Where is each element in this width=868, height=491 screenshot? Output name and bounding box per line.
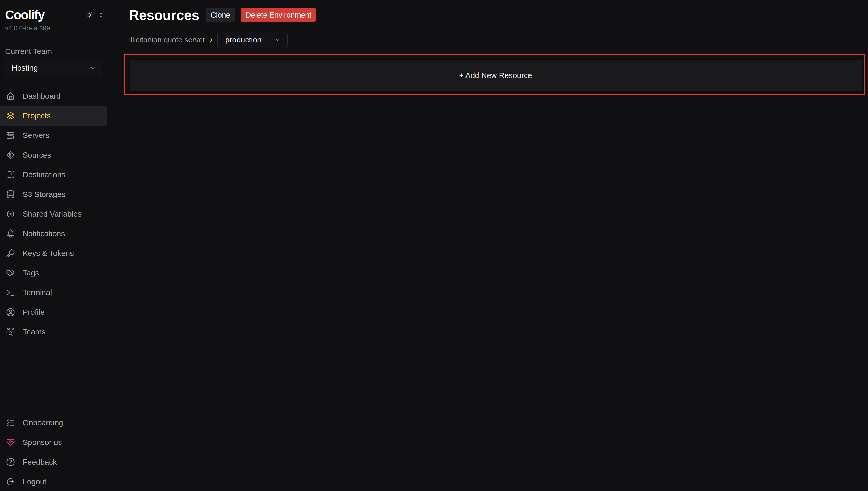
environment-select[interactable]: production <box>217 31 288 48</box>
git-icon <box>6 150 16 160</box>
sidebar-item-label: Projects <box>23 111 51 120</box>
breadcrumb-project-link[interactable]: illicitonion quote server <box>129 36 205 44</box>
theme-controls <box>85 11 104 19</box>
breadcrumb: illicitonion quote server › production <box>129 31 868 48</box>
sidebar-item-logout[interactable]: Logout <box>0 472 112 491</box>
chevron-down-icon <box>274 36 281 44</box>
environment-select-value: production <box>225 35 261 44</box>
sun-icon[interactable] <box>85 11 93 19</box>
heart-handshake-icon <box>6 437 16 447</box>
sidebar-item-label: Teams <box>23 327 45 336</box>
help-circle-icon <box>6 457 16 467</box>
delete-environment-button[interactable]: Delete Environment <box>241 8 316 22</box>
sidebar-item-label: Terminal <box>23 288 52 297</box>
sidebar-item-label: S3 Storages <box>23 190 65 199</box>
team-select[interactable]: Hosting <box>5 60 102 76</box>
sidebar-item-destinations[interactable]: Destinations <box>0 165 112 184</box>
sidebar-item-s3-storages[interactable]: S3 Storages <box>0 184 112 204</box>
chevron-down-icon <box>89 64 97 71</box>
terminal-icon <box>6 288 16 297</box>
chevron-right-icon: › <box>210 35 213 44</box>
theme-selector-chevrons-icon[interactable] <box>98 11 104 18</box>
sidebar-item-tags[interactable]: Tags <box>0 263 112 283</box>
sidebar: Coolify v4.0.0-beta.399 Current Team Hos… <box>0 0 112 491</box>
sidebar-item-onboarding[interactable]: Onboarding <box>0 413 112 433</box>
key-icon <box>6 248 16 258</box>
team-select-value: Hosting <box>11 64 38 73</box>
sidebar-item-label: Keys & Tokens <box>23 249 74 258</box>
sidebar-footer-nav: Onboarding Sponsor us Feedback <box>0 413 112 491</box>
variable-icon <box>6 209 16 219</box>
server-icon <box>6 131 16 140</box>
sidebar-item-label: Shared Variables <box>23 209 82 219</box>
sidebar-item-label: Destinations <box>23 170 65 179</box>
sidebar-item-label: Sources <box>23 151 51 160</box>
logo-row: Coolify <box>0 0 112 22</box>
home-icon <box>6 91 16 101</box>
app-version: v4.0.0-beta.399 <box>0 22 112 32</box>
sidebar-item-label: Dashboard <box>23 92 61 100</box>
sidebar-item-sponsor-us[interactable]: Sponsor us <box>0 433 112 452</box>
app-logo[interactable]: Coolify <box>5 8 44 22</box>
database-icon <box>6 190 16 199</box>
map-icon <box>6 170 16 180</box>
sidebar-item-label: Notifications <box>23 229 65 238</box>
layers-icon <box>6 111 16 121</box>
sidebar-item-label: Sponsor us <box>23 438 62 447</box>
sidebar-item-shared-variables[interactable]: Shared Variables <box>0 204 112 224</box>
sidebar-item-label: Feedback <box>23 458 57 466</box>
sidebar-item-label: Tags <box>23 268 39 277</box>
logout-icon <box>6 477 16 487</box>
users-icon <box>6 327 16 337</box>
sidebar-item-sources[interactable]: Sources <box>0 145 112 165</box>
main-content: Resources Clone Delete Environment illic… <box>112 0 868 491</box>
page-title: Resources <box>129 7 199 23</box>
sidebar-item-dashboard[interactable]: Dashboard <box>0 86 112 106</box>
sidebar-item-label: Profile <box>23 308 45 317</box>
clone-button[interactable]: Clone <box>206 8 236 22</box>
sidebar-item-label: Logout <box>23 477 46 486</box>
bell-icon <box>6 229 16 238</box>
current-team-label: Current Team <box>0 32 112 56</box>
page-header: Resources Clone Delete Environment <box>129 7 868 23</box>
sidebar-item-terminal[interactable]: Terminal <box>0 283 112 302</box>
sidebar-item-notifications[interactable]: Notifications <box>0 224 112 243</box>
sidebar-item-profile[interactable]: Profile <box>0 302 112 322</box>
sidebar-item-label: Onboarding <box>23 418 63 427</box>
sidebar-item-keys-tokens[interactable]: Keys & Tokens <box>0 243 112 263</box>
coolify-app: { "app": { "name": "Coolify", "version":… <box>0 0 868 491</box>
sidebar-nav: Dashboard Projects Servers <box>0 86 112 342</box>
sidebar-item-teams[interactable]: Teams <box>0 322 112 342</box>
user-circle-icon <box>6 307 16 317</box>
sidebar-item-projects[interactable]: Projects <box>0 106 106 125</box>
sidebar-item-label: Servers <box>23 131 49 140</box>
add-new-resource-button[interactable]: + Add New Resource <box>129 59 862 92</box>
sidebar-item-feedback[interactable]: Feedback <box>0 452 112 472</box>
tags-icon <box>6 268 16 278</box>
checklist-icon <box>6 418 16 428</box>
sidebar-item-servers[interactable]: Servers <box>0 125 112 145</box>
